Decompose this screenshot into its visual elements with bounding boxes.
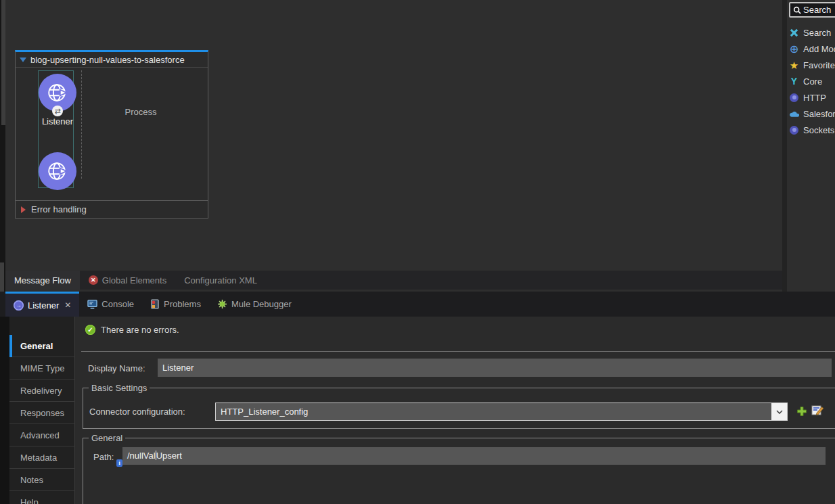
palette-item-label: Search [803, 28, 831, 38]
tab-label: Console [101, 299, 134, 309]
sidebar-item-mime-type[interactable]: MIME Type [9, 357, 75, 380]
collapse-triangle-icon[interactable] [20, 58, 26, 62]
info-icon: i [116, 459, 122, 467]
listener-properties-panel: General MIME Type Redelivery Responses A… [0, 317, 835, 504]
process-label: Process [97, 107, 185, 117]
green-plus-icon [796, 406, 807, 417]
error-badge-icon: ✕ [89, 275, 98, 285]
sidebar-item-label: Redelivery [20, 386, 62, 396]
sidebar-item-label: Metadata [20, 453, 57, 463]
tab-message-flow[interactable]: Message Flow [5, 271, 80, 290]
flow-view-tabbar: Message Flow ✕ Global Elements Configura… [5, 271, 782, 290]
palette-item-label: Salesforce [803, 109, 835, 119]
display-name-label: Display Name: [88, 363, 145, 373]
connector-configuration-select[interactable]: HTTP_Listener_config [215, 403, 788, 421]
listener-node-label: Listener [25, 116, 90, 127]
flow-container[interactable]: blog-upserting-null-values-to-salesforce… [15, 50, 208, 219]
sidebar-item-metadata[interactable]: Metadata [9, 446, 75, 469]
chevron-down-icon [776, 410, 783, 414]
palette-item-http[interactable]: HTTP [789, 89, 835, 106]
tab-listener-properties[interactable]: → Listener ✕ [5, 292, 79, 317]
globe-arrow-icon [46, 81, 69, 104]
http-connector-node[interactable] [39, 152, 76, 190]
palette-item-core[interactable]: Y Core [789, 73, 835, 89]
tab-global-elements[interactable]: ✕ Global Elements [80, 271, 175, 290]
search-icon [793, 6, 801, 14]
http-listener-node[interactable]: ⇄ [39, 74, 76, 112]
sidebar-item-label: Notes [20, 475, 43, 485]
palette-item-label: Favorites [803, 60, 835, 70]
expand-triangle-icon[interactable] [21, 206, 26, 213]
sidebar-item-label: Advanced [20, 430, 60, 440]
tab-label: Listener [28, 300, 59, 311]
palette-item-favorites[interactable]: ★ Favorites [789, 57, 835, 73]
tab-label: Message Flow [14, 275, 71, 285]
panel-left-edge [0, 317, 9, 504]
listener-exchange-badge: ⇄ [52, 106, 63, 116]
tab-configuration-xml[interactable]: Configuration XML [175, 271, 266, 290]
palette-item-add-modules[interactable]: ⊕ Add Modules [789, 41, 835, 57]
mule-palette: Search Search ⊕ Add Modules ★ Favorites … [787, 0, 835, 290]
edit-pencil-icon [811, 405, 824, 416]
palette-item-sockets[interactable]: Sockets [789, 122, 835, 138]
palette-item-label: Add Modules [803, 44, 835, 54]
error-handling-section[interactable]: Error handling [16, 200, 208, 218]
close-icon[interactable]: ✕ [64, 300, 71, 310]
palette-item-label: HTTP [803, 93, 826, 103]
palette-item-list: Search ⊕ Add Modules ★ Favorites Y Core … [789, 24, 835, 138]
dropdown-button[interactable] [771, 403, 787, 420]
sidebar-item-advanced[interactable]: Advanced [9, 424, 75, 446]
tab-console[interactable]: Console [79, 292, 142, 317]
palette-item-label: Core [803, 76, 822, 87]
bottom-view-tabbar: → Listener ✕ Console Problems Mule Debug… [0, 292, 835, 317]
palette-item-label: Sockets [803, 125, 834, 135]
properties-form: ✓ There are no errors. Display Name: Lis… [76, 317, 835, 504]
sidebar-item-help[interactable]: Help [9, 491, 75, 504]
path-value-before-caret: /nullVal [127, 451, 156, 461]
bug-icon [217, 299, 227, 309]
http-listener-icon: → [14, 300, 24, 311]
sidebar-item-responses[interactable]: Responses [9, 402, 75, 424]
console-icon [87, 300, 97, 309]
collapsed-panel-edge[interactable] [0, 0, 5, 292]
display-name-input[interactable]: Listener [158, 359, 832, 377]
no-errors-check-icon: ✓ [85, 325, 95, 335]
add-modules-icon: ⊕ [789, 44, 799, 54]
message-flow-canvas[interactable]: blog-upserting-null-values-to-salesforce… [5, 0, 782, 271]
sidebar-item-label: Help [20, 497, 39, 504]
form-divider [81, 351, 835, 352]
tab-mule-debugger[interactable]: Mule Debugger [209, 292, 300, 317]
sidebar-item-notes[interactable]: Notes [9, 469, 75, 491]
palette-item-search-exchange[interactable]: Search [789, 24, 835, 41]
sidebar-item-label: General [20, 341, 53, 351]
palette-item-salesforce[interactable]: Salesforce [789, 106, 835, 122]
globe-arrow-icon [46, 160, 69, 183]
status-row: ✓ There are no errors. [85, 325, 179, 335]
edit-config-button[interactable] [811, 405, 824, 419]
palette-sash[interactable] [782, 0, 787, 292]
http-connector-icon [789, 93, 799, 103]
salesforce-connector-icon [789, 109, 799, 119]
tab-label: Problems [164, 299, 201, 309]
sidebar-item-general[interactable]: General [9, 335, 75, 357]
flow-body: Process ⇄ Listener [16, 67, 208, 200]
exchange-search-icon [789, 28, 799, 38]
sockets-connector-icon [789, 125, 799, 135]
path-value-after-caret: Upsert [156, 451, 182, 461]
selected-option: HTTP_Listener_config [221, 407, 308, 417]
group-title: General [89, 433, 125, 443]
palette-search-input[interactable]: Search [789, 2, 835, 18]
sidebar-item-redelivery[interactable]: Redelivery [9, 380, 75, 402]
connector-configuration-label: Connector configuration: [89, 407, 185, 417]
flow-title: blog-upserting-null-values-to-salesforce [30, 55, 185, 65]
group-title: Basic Settings [89, 383, 150, 393]
problems-icon [150, 299, 160, 309]
tab-problems[interactable]: Problems [142, 292, 209, 317]
favorites-star-icon: ★ [789, 60, 799, 70]
tab-label: Mule Debugger [231, 299, 292, 309]
search-placeholder: Search [803, 5, 831, 15]
sidebar-item-label: MIME Type [20, 363, 65, 373]
add-config-button[interactable] [796, 406, 807, 419]
path-input[interactable]: /nullValUpsert [122, 447, 826, 465]
flow-header[interactable]: blog-upserting-null-values-to-salesforce [16, 52, 208, 67]
